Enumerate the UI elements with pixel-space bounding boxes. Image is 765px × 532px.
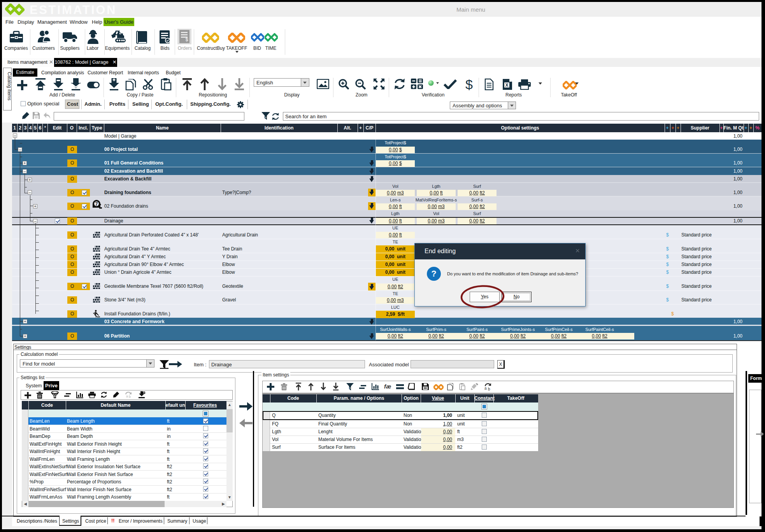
svg-text:7: 7 — [95, 201, 98, 207]
svg-text:$: $ — [186, 37, 188, 42]
svg-text:a: a — [484, 386, 487, 390]
svg-text:x: x — [349, 386, 351, 390]
svg-text:x: x — [265, 116, 267, 119]
svg-text:b: b — [488, 387, 490, 390]
svg-text:a: a — [126, 394, 128, 398]
svg-text:X: X — [505, 82, 508, 88]
svg-text:b: b — [129, 395, 131, 398]
